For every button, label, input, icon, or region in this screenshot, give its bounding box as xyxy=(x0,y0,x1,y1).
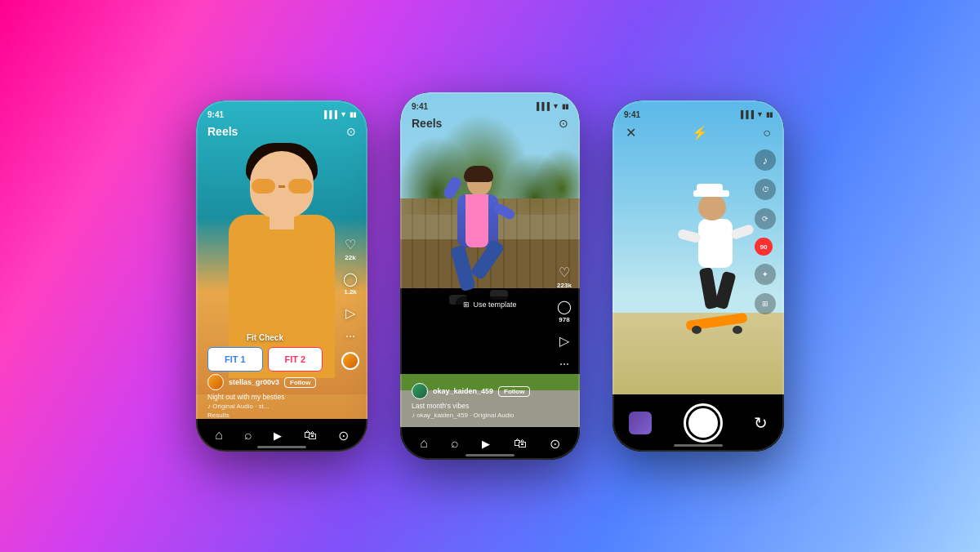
nav-home-2[interactable]: ⌂ xyxy=(420,436,428,451)
home-indicator-3 xyxy=(674,444,723,447)
audio-1: ♪ Original Audio · st... xyxy=(207,403,323,410)
avatar-1 xyxy=(207,374,224,390)
more-icon-1: ⋯ xyxy=(345,331,355,342)
use-template-label: Use template xyxy=(473,300,516,309)
signal-icon-2: ▐▐▐ xyxy=(534,102,550,110)
user-info-2: okay_kaiden_459 Follow Last month's vibe… xyxy=(412,383,539,419)
timer-control-1[interactable]: ⏱ xyxy=(755,179,776,200)
shutter-inner xyxy=(688,408,718,438)
status-bar-2: 9:41 ▐▐▐ ▼ ▮▮ xyxy=(400,92,580,117)
nav-reels-1[interactable]: ▶ xyxy=(274,430,282,442)
search-icon-3[interactable]: ○ xyxy=(763,126,771,140)
heart-icon-2: ♡ xyxy=(559,265,570,280)
reels-header-1: Reels ⊙ xyxy=(207,125,356,138)
signal-icon: ▐▐▐ xyxy=(322,110,337,118)
home-indicator-2 xyxy=(466,454,514,456)
nav-search-2[interactable]: ⌕ xyxy=(451,436,459,451)
music-action-1 xyxy=(341,352,359,370)
reels-title-1: Reels xyxy=(207,125,238,138)
follow-button-1[interactable]: Follow xyxy=(284,377,316,388)
time-2: 9:41 xyxy=(412,102,428,111)
username-2[interactable]: okay_kaiden_459 xyxy=(433,387,493,395)
fit-check-label: Fit Check xyxy=(207,333,323,342)
more-action-1[interactable]: ⋯ xyxy=(345,331,355,342)
nav-profile-1[interactable]: ⊙ xyxy=(338,428,349,443)
wifi-icon: ▼ xyxy=(340,110,347,118)
template-icon: ⊞ xyxy=(463,300,470,309)
like-count-1: 22k xyxy=(345,254,355,261)
side-actions-1: ♡ 22k ◯ 1.2k ▷ ⋯ xyxy=(341,237,359,370)
time-3: 9:41 xyxy=(624,110,640,119)
battery-icon-3: ▮▮ xyxy=(766,111,773,118)
comment-action-1[interactable]: ◯ 1.2k xyxy=(343,271,358,296)
nav-shop-2[interactable]: 🛍 xyxy=(514,436,527,451)
camera-top-bar: ✕ ⚡ ○ xyxy=(612,125,784,140)
mute-icon-3[interactable]: ⚡ xyxy=(692,125,708,140)
comment-icon-2: ◯ xyxy=(557,299,572,314)
battery-icon-2: ▮▮ xyxy=(562,103,568,110)
nav-shop-1[interactable]: 🛍 xyxy=(304,428,317,443)
nav-profile-2[interactable]: ⊙ xyxy=(550,436,560,452)
like-action-1[interactable]: ♡ 22k xyxy=(345,237,356,261)
avatar-2 xyxy=(412,383,428,399)
comment-count-1: 1.2k xyxy=(344,288,357,296)
reels-header-2: Reels ⊙ xyxy=(412,117,568,130)
share-action-2[interactable]: ▷ xyxy=(559,333,569,349)
comment-icon-1: ◯ xyxy=(343,271,358,287)
comment-action-2[interactable]: ◯ 978 xyxy=(557,299,572,323)
speed-badge[interactable]: 90 xyxy=(755,238,773,256)
gallery-thumbnail[interactable] xyxy=(629,412,652,434)
home-indicator-1 xyxy=(257,446,306,448)
camera-icon-1[interactable]: ⊙ xyxy=(346,125,356,138)
like-action-2[interactable]: ♡ 223k xyxy=(557,265,572,289)
camera-controls: ♪ ⏱ ⟳ 90 ✦ ⊞ xyxy=(755,149,776,314)
nav-search-1[interactable]: ⌕ xyxy=(244,428,252,443)
audio-2: ♪ okay_kaiden_459 · Original Audio xyxy=(412,412,539,419)
nav-home-1[interactable]: ⌂ xyxy=(215,428,223,443)
phone-2: 9:41 ▐▐▐ ▼ ▮▮ Reels ⊙ ⊞ Use template ♡ 2… xyxy=(400,92,580,460)
fit2-button[interactable]: FIT 2 xyxy=(268,347,323,372)
caption-1: Night out with my besties xyxy=(207,393,323,401)
signal-icon-3: ▐▐▐ xyxy=(738,110,754,118)
phone-1: 9:41 ▐▐▐ ▼ ▮▮ Reels ⊙ ♡ 22k ◯ 1.2k ▷ xyxy=(196,100,368,452)
more-icon-2: ⋯ xyxy=(559,358,569,370)
fit-check-overlay: Fit Check FIT 1 FIT 2 xyxy=(207,333,323,372)
reels-title-2: Reels xyxy=(412,117,442,130)
user-info-1: stellas_gr00v3 Follow Night out with my … xyxy=(207,374,323,419)
nav-reels-2[interactable]: ▶ xyxy=(482,438,490,450)
username-1[interactable]: stellas_gr00v3 xyxy=(229,378,279,386)
side-actions-2: ♡ 223k ◯ 978 ▷ ⋯ xyxy=(557,265,572,370)
fit1-button[interactable]: FIT 1 xyxy=(207,347,263,372)
status-bar-3: 9:41 ▐▐▐ ▼ ▮▮ xyxy=(612,100,784,125)
status-bar-1: 9:41 ▐▐▐ ▼ ▮▮ xyxy=(196,100,368,125)
camera-bottom-bar: ↻ xyxy=(612,394,784,452)
heart-icon-1: ♡ xyxy=(345,237,356,252)
share-icon-2: ▷ xyxy=(559,333,569,349)
time-1: 9:41 xyxy=(207,110,224,119)
music-control[interactable]: ♪ xyxy=(755,149,776,171)
use-template-badge[interactable]: ⊞ Use template xyxy=(455,296,524,313)
shutter-button[interactable] xyxy=(684,403,723,443)
share-action-1[interactable]: ▷ xyxy=(345,305,355,321)
effects-control[interactable]: ✦ xyxy=(755,264,776,285)
wifi-icon-3: ▼ xyxy=(756,110,764,118)
flip-camera-icon[interactable]: ↻ xyxy=(754,413,768,433)
like-count-2: 223k xyxy=(557,282,572,289)
grid-control[interactable]: ⊞ xyxy=(755,293,776,314)
timer-control-2[interactable]: ⟳ xyxy=(755,208,776,229)
results-label[interactable]: Results xyxy=(207,412,229,419)
caption-2: Last month's vibes xyxy=(412,402,539,410)
follow-button-2[interactable]: Follow xyxy=(498,386,530,397)
comment-count-2: 978 xyxy=(559,316,569,323)
close-icon-3[interactable]: ✕ xyxy=(626,125,636,140)
battery-icon: ▮▮ xyxy=(350,111,356,118)
more-action-2[interactable]: ⋯ xyxy=(559,358,569,370)
camera-icon-2[interactable]: ⊙ xyxy=(559,117,568,130)
fit-buttons: FIT 1 FIT 2 xyxy=(207,347,323,372)
wifi-icon-2: ▼ xyxy=(552,102,559,110)
phone-3: 9:41 ▐▐▐ ▼ ▮▮ ✕ ⚡ ○ ♪ ⏱ ⟳ 90 ✦ ⊞ xyxy=(612,100,784,452)
share-icon-1: ▷ xyxy=(345,305,355,321)
